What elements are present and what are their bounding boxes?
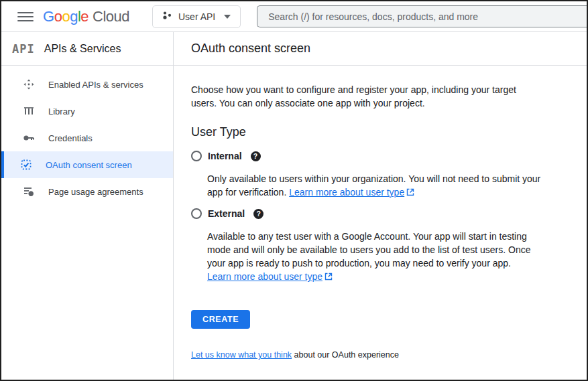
feedback-rest: about our OAuth experience (294, 350, 399, 360)
logo-letter: g (70, 8, 78, 25)
learn-more-link[interactable]: Learn more about user type (207, 271, 333, 282)
logo-letter: o (62, 8, 70, 25)
internal-description: Only available to users within your orga… (207, 172, 548, 199)
google-cloud-logo[interactable]: G o o g l e Cloud (43, 8, 129, 25)
sidebar-item-enabled-apis[interactable]: Enabled APIs & services (1, 71, 173, 98)
sidebar-item-label: Library (48, 106, 75, 117)
sidebar-item-library[interactable]: Library (1, 98, 173, 125)
hamburger-menu-icon[interactable] (17, 9, 34, 25)
external-description-text: Available to any test user with a Google… (207, 231, 531, 269)
sidebar: API APIs & Services Enabled APIs & servi… (1, 32, 174, 380)
user-type-heading: User Type (191, 125, 587, 139)
help-icon[interactable]: ? (251, 151, 261, 161)
page-title: OAuth consent screen (191, 42, 310, 56)
search-input[interactable] (257, 5, 587, 27)
feedback-link[interactable]: Let us know what you think (191, 350, 292, 360)
library-icon (23, 105, 35, 117)
sidebar-item-label: Credentials (48, 133, 93, 143)
key-icon (23, 132, 35, 144)
agreements-icon (23, 185, 35, 198)
sidebar-item-label: Page usage agreements (48, 187, 143, 197)
main-panel: OAuth consent screen Choose how you want… (174, 32, 587, 380)
sidebar-title: APIs & Services (44, 43, 121, 55)
logo-letter: e (80, 8, 89, 25)
consent-screen-icon (20, 159, 32, 171)
logo-cloud-word: Cloud (93, 8, 129, 25)
logo-letter: o (54, 8, 62, 25)
page-content: Choose how you want to configure and reg… (174, 66, 587, 360)
project-selector[interactable]: User API (152, 5, 241, 28)
app-window: G o o g l e Cloud User API API APIs & Se… (0, 0, 588, 381)
top-bar: G o o g l e Cloud User API (1, 1, 587, 32)
internal-option-row: Internal ? (191, 151, 587, 161)
sidebar-item-oauth-consent-screen[interactable]: OAuth consent screen (1, 151, 173, 178)
enabled-apis-icon (23, 78, 35, 90)
external-option-row: External ? (191, 208, 587, 219)
external-radio[interactable] (191, 208, 202, 219)
logo-letter: G (43, 8, 54, 25)
help-icon[interactable]: ? (253, 209, 263, 219)
sidebar-item-page-usage-agreements[interactable]: Page usage agreements (1, 178, 173, 205)
learn-more-link[interactable]: Learn more about user type (289, 187, 414, 198)
chevron-down-icon (224, 15, 231, 19)
page-header: OAuth consent screen (174, 32, 587, 66)
internal-label: Internal (208, 151, 242, 161)
internal-radio[interactable] (191, 151, 202, 161)
project-name: User API (178, 11, 215, 22)
sidebar-item-label: Enabled APIs & services (48, 80, 143, 90)
intro-text: Choose how you want to configure and reg… (191, 83, 530, 110)
sidebar-item-label: OAuth consent screen (46, 160, 132, 170)
feedback-line: Let us know what you think about our OAu… (191, 350, 587, 360)
api-logo-icon: API (12, 42, 35, 56)
external-label: External (208, 208, 245, 219)
external-link-icon (325, 273, 333, 281)
learn-more-link-text: Learn more about user type (207, 271, 322, 282)
external-link-icon (406, 188, 414, 196)
project-icon (162, 11, 172, 22)
external-description: Available to any test user with a Google… (207, 230, 548, 283)
sidebar-header: API APIs & Services (1, 32, 173, 66)
sidebar-nav: Enabled APIs & services Library (1, 66, 173, 205)
create-button[interactable]: CREATE (191, 310, 250, 329)
learn-more-link-text: Learn more about user type (289, 187, 404, 198)
sidebar-item-credentials[interactable]: Credentials (1, 125, 173, 151)
